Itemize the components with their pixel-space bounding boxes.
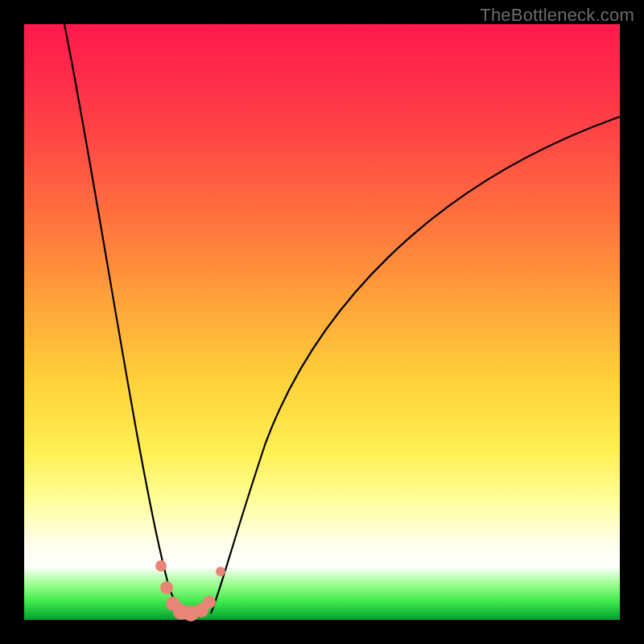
curve-overlay xyxy=(24,24,620,620)
watermark-text: TheBottleneck.com xyxy=(480,5,634,26)
curve-dot xyxy=(216,567,225,576)
gradient-plot-area xyxy=(24,24,620,620)
curve-dot xyxy=(203,596,216,609)
curve-dot xyxy=(160,581,173,594)
curve-dot xyxy=(155,560,167,572)
right-curve xyxy=(211,117,620,613)
left-curve xyxy=(64,24,185,613)
chart-stage: TheBottleneck.com xyxy=(0,0,644,644)
